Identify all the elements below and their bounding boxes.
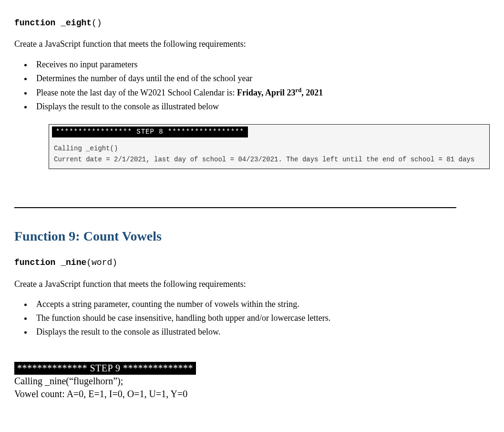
- list-item: Determines the number of days until the …: [32, 73, 490, 84]
- list-item: Please note the last day of the W2021 Sc…: [32, 86, 490, 98]
- list-item: Displays the result to the console as il…: [32, 101, 490, 112]
- intro-text-eight: Create a JavaScript function that meets …: [14, 38, 490, 50]
- list-item: Displays the result to the console as il…: [32, 326, 490, 337]
- list-item: The function should be case insensitive,…: [32, 312, 490, 324]
- console-line: Calling _eight(): [52, 144, 486, 153]
- bullet-bold-date: Friday, April 23rd, 2021: [237, 88, 323, 97]
- list-item: Receives no input parameters: [32, 59, 490, 70]
- function-params: (): [92, 18, 102, 28]
- console-line: Calling _nine(“flugelhorn”);: [14, 375, 490, 388]
- section-heading-nine: Function 9: Count Vowels: [14, 227, 490, 245]
- console-output-eight: ***************** STEP 8 ***************…: [49, 124, 490, 169]
- intro-text-nine: Create a JavaScript function that meets …: [14, 278, 490, 290]
- function-name: _nine: [61, 258, 86, 267]
- function-params: (word): [86, 258, 117, 267]
- bullet-prefix: Please note the last day of the W2021 Sc…: [36, 88, 237, 97]
- keyword: function: [14, 258, 55, 267]
- console-header: ************** STEP 9 **************: [14, 362, 196, 375]
- keyword: function: [14, 18, 55, 28]
- section-divider: [14, 207, 456, 208]
- requirements-list-eight: Receives no input parameters Determines …: [32, 59, 490, 113]
- function-name: _eight: [61, 18, 92, 28]
- requirements-list-nine: Accepts a string parameter, counting the…: [32, 298, 490, 338]
- function-signature-eight: function _eight(): [14, 17, 490, 29]
- list-item: Accepts a string parameter, counting the…: [32, 298, 490, 310]
- function-signature-nine: function _nine(word): [14, 257, 490, 268]
- console-line: Vowel count: A=0, E=1, I=0, O=1, U=1, Y=…: [14, 388, 490, 400]
- console-output-nine: ************** STEP 9 ************** Cal…: [14, 362, 490, 400]
- console-line: Current date = 2/1/2021, last day of sch…: [52, 155, 486, 164]
- console-header: ***************** STEP 8 ***************…: [52, 126, 248, 137]
